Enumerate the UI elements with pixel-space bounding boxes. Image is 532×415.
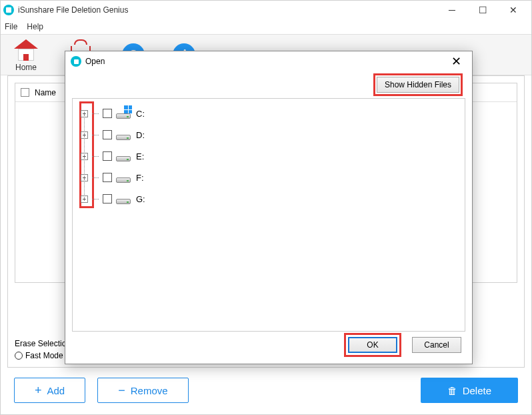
plus-icon — [35, 384, 42, 398]
expand-toggle[interactable]: + — [81, 195, 88, 203]
remove-button[interactable]: Remove — [97, 378, 188, 403]
shredder-icon: 🗑 — [447, 385, 457, 396]
drive-label: F: — [136, 173, 144, 183]
minimize-button[interactable]: ─ — [437, 1, 467, 19]
ok-button[interactable]: OK — [348, 337, 397, 353]
app-icon — [3, 5, 14, 15]
delete-button-label: Delete — [463, 385, 491, 396]
menu-help[interactable]: Help — [27, 22, 43, 31]
app-title: iSunshare File Deletion Genius — [18, 5, 437, 15]
drive-icon — [116, 108, 131, 119]
main-window: iSunshare File Deletion Genius ─ ☐ ✕ Fil… — [0, 0, 532, 415]
ok-highlight: OK — [344, 333, 401, 357]
erase-section: Erase Selectio Fast Mode — [15, 339, 66, 360]
drive-label: E: — [136, 151, 144, 161]
add-button[interactable]: Add — [14, 378, 85, 403]
tree-connector — [92, 199, 99, 199]
toolbar-home-label: Home — [15, 63, 37, 72]
show-hidden-label: Show Hidden Files — [385, 80, 451, 89]
add-button-label: Add — [47, 385, 65, 396]
tree-connector — [92, 177, 99, 178]
maximize-button[interactable]: ☐ — [467, 1, 498, 19]
remove-button-label: Remove — [131, 385, 168, 396]
drive-label: G: — [136, 194, 145, 204]
tree-connector — [92, 156, 99, 157]
select-all-checkbox[interactable] — [21, 88, 29, 97]
dialog-toolbar: Show Hidden Files — [65, 71, 472, 98]
delete-button[interactable]: 🗑 Delete — [421, 378, 518, 403]
dialog-app-icon — [71, 56, 81, 67]
fast-mode-radio[interactable] — [15, 352, 23, 360]
toolbar-home[interactable]: Home — [13, 37, 39, 72]
drive-checkbox[interactable] — [103, 109, 112, 118]
home-icon — [13, 37, 39, 63]
drive-checkbox[interactable] — [103, 151, 112, 161]
dialog-button-row: OK Cancel — [344, 333, 461, 357]
drive-row[interactable]: +D: — [78, 124, 459, 145]
drive-row[interactable]: +F: — [78, 167, 459, 188]
drive-label: C: — [136, 109, 145, 119]
drive-row[interactable]: +C: — [78, 103, 459, 124]
title-bar: iSunshare File Deletion Genius ─ ☐ ✕ — [1, 1, 531, 19]
minus-icon — [118, 384, 125, 398]
fast-mode-option[interactable]: Fast Mode — [15, 351, 66, 360]
drive-checkbox[interactable] — [103, 173, 112, 182]
show-hidden-button[interactable]: Show Hidden Files — [377, 77, 459, 93]
erase-selection-label: Erase Selectio — [15, 339, 66, 348]
drive-label: D: — [136, 130, 145, 140]
ok-button-label: OK — [367, 340, 378, 350]
drive-icon — [116, 172, 131, 183]
menu-file[interactable]: File — [5, 22, 17, 31]
tree-connector — [92, 113, 99, 114]
drive-row[interactable]: +E: — [78, 145, 459, 167]
menu-bar: File Help — [1, 19, 531, 34]
dialog-close-button[interactable]: ✕ — [445, 52, 467, 71]
window-controls: ─ ☐ ✕ — [437, 1, 529, 19]
drive-checkbox[interactable] — [103, 194, 112, 203]
drive-icon — [116, 193, 131, 204]
dialog-title-bar: Open ✕ — [65, 51, 472, 71]
name-column-header[interactable]: Name — [35, 88, 56, 97]
dialog-body: +C:+D:+E:+F:+G: — [72, 98, 465, 332]
tree-connector — [92, 135, 99, 135]
show-hidden-highlight: Show Hidden Files — [373, 73, 463, 96]
drive-checkbox[interactable] — [103, 130, 112, 139]
drive-icon — [116, 151, 131, 161]
open-dialog: Open ✕ Show Hidden Files +C:+D:+E:+F:+G:… — [65, 51, 473, 364]
dialog-title: Open — [85, 57, 445, 66]
drive-icon — [116, 129, 131, 140]
cancel-button[interactable]: Cancel — [412, 337, 461, 353]
windows-badge-icon — [124, 105, 132, 113]
bottom-bar: Add Remove 🗑 Delete — [1, 374, 531, 406]
fast-mode-label: Fast Mode — [25, 351, 63, 360]
drive-tree: +C:+D:+E:+F:+G: — [78, 103, 459, 210]
drive-row[interactable]: +G: — [78, 188, 459, 210]
close-button[interactable]: ✕ — [498, 1, 529, 19]
cancel-button-label: Cancel — [424, 340, 449, 350]
